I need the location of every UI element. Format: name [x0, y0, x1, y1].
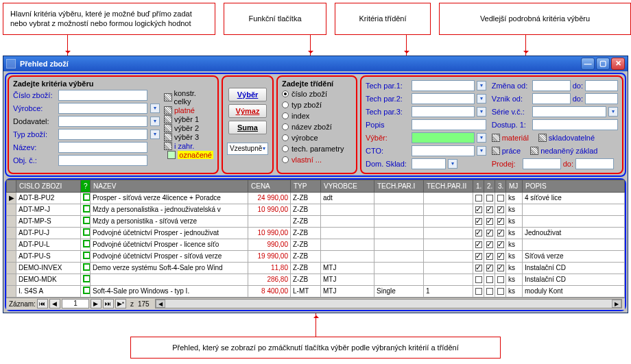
input-zmena-from[interactable] [532, 80, 571, 91]
column-header[interactable] [7, 180, 16, 192]
chevron-down-icon[interactable]: ▾ [477, 133, 486, 143]
vymaz-button[interactable]: Výmaz [228, 104, 267, 118]
table-row[interactable]: I. S4S ASoft-4-Sale pro Windows - typ I.… [7, 285, 625, 297]
data-grid: CISLO ZBOZI?NAZEVCENATYPVYROBCETECH.PAR.… [5, 178, 626, 311]
cell-tp1 [374, 192, 424, 204]
chevron-down-icon[interactable]: ▾ [477, 94, 486, 104]
chevron-down-icon[interactable]: ▾ [608, 107, 618, 117]
column-header[interactable]: NAZEV [91, 180, 248, 192]
input-objc[interactable] [58, 155, 147, 166]
tristate-konstr[interactable] [164, 93, 172, 101]
input-domsklad[interactable] [412, 158, 446, 169]
sort-radio[interactable] [282, 112, 289, 119]
column-header[interactable]: 2. [484, 180, 495, 192]
input-vznik-from[interactable] [532, 93, 571, 104]
cell-tp1 [374, 274, 424, 285]
input-cto[interactable] [412, 145, 475, 156]
record-prev-button[interactable]: ◀ [49, 299, 60, 308]
tristate-sklad[interactable] [538, 134, 547, 142]
cell-vendor [321, 204, 374, 215]
sort-radio[interactable] [282, 123, 289, 130]
chevron-down-icon[interactable]: ▾ [448, 159, 457, 169]
table-row[interactable]: ADT-PU-SPodvojné účetnictví Prosper - sí… [7, 250, 625, 262]
column-header[interactable]: CISLO ZBOZI [16, 180, 81, 192]
column-header[interactable]: TECH.PAR.I [374, 180, 424, 192]
record-next-button[interactable]: ▶ [91, 299, 102, 308]
column-header[interactable]: VYROBCE [321, 180, 374, 192]
input-type[interactable] [58, 129, 147, 140]
input-serie[interactable] [532, 106, 606, 117]
column-header[interactable]: TECH.PAR.II [424, 180, 473, 192]
input-tp2[interactable] [412, 93, 475, 104]
table-row[interactable]: ADT-MP-SMzdy a personistika - síťová ver… [7, 215, 625, 227]
minimize-button[interactable]: — [581, 58, 595, 70]
tristate-prace[interactable] [492, 147, 500, 155]
chevron-down-icon[interactable]: ▾ [150, 130, 160, 139]
table-row[interactable]: DEMO-MDK286,80Z-ZBMTJksInstalační CD [7, 274, 625, 285]
cell-tp2 [424, 204, 473, 215]
table-row[interactable]: ADT-PU-JPodvojné účetnictví Prosper - je… [7, 227, 625, 239]
table-row[interactable]: ADT-PU-LPodvojné účetnictví Prosper - li… [7, 239, 625, 250]
maximize-button[interactable]: ▢ [596, 58, 610, 70]
chevron-down-icon[interactable]: ▾ [150, 117, 160, 126]
column-header[interactable]: CENA [248, 180, 291, 192]
chevron-down-icon[interactable]: ▾ [477, 146, 486, 156]
cell-tp1 [374, 250, 424, 262]
input-prodej-from[interactable] [523, 158, 561, 169]
tristate-material[interactable] [492, 134, 500, 142]
column-header[interactable]: 3. [495, 180, 506, 192]
label-v2: výběr 2 [174, 124, 199, 132]
sort-radio[interactable] [282, 90, 289, 97]
input-tp1[interactable] [412, 80, 475, 91]
column-header[interactable]: POPIS [523, 180, 625, 192]
sort-radio[interactable] [282, 156, 289, 163]
sort-direction-select[interactable]: Vzestupně▾ [227, 143, 268, 155]
table-row[interactable]: ADT-MP-JMzdy a personalistika - jednouži… [7, 204, 625, 215]
record-current[interactable]: 1 [62, 299, 89, 308]
chevron-down-icon[interactable]: ▾ [477, 107, 486, 117]
input-dostup[interactable] [532, 119, 618, 130]
input-popis[interactable] [412, 119, 486, 130]
tristate-nedan[interactable] [530, 147, 538, 155]
close-button[interactable]: ✕ [611, 58, 625, 70]
chevron-down-icon[interactable]: ▾ [477, 81, 486, 90]
titlebar[interactable]: Přehled zboží — ▢ ✕ [3, 56, 628, 71]
horizontal-scrollbar[interactable]: ◀▶ [155, 299, 622, 308]
input-vendor[interactable] [58, 103, 147, 114]
input-tp3[interactable] [412, 106, 475, 117]
vyber-button[interactable]: Výběr [228, 88, 267, 101]
cell-chk3 [495, 250, 506, 262]
input-supplier[interactable] [58, 116, 147, 127]
cell-tp2 [424, 227, 473, 239]
column-header[interactable]: 1. [473, 180, 484, 192]
input-vyber[interactable] [412, 132, 475, 143]
record-new-button[interactable]: ▶* [115, 299, 126, 308]
tristate-platne[interactable] [164, 106, 172, 114]
column-header[interactable]: MJ [506, 180, 523, 192]
cell-chk1 [473, 204, 484, 215]
sort-radio[interactable] [282, 101, 289, 108]
table-row[interactable]: DEMO-INVEXDemo verze systému Soft-4-Sale… [7, 262, 625, 274]
input-prodej-to[interactable] [575, 158, 614, 169]
sort-radio[interactable] [282, 145, 289, 152]
sort-radio[interactable] [282, 134, 289, 141]
label-dostup: Dostup. 1: [492, 121, 530, 129]
column-header[interactable]: ? [81, 180, 91, 192]
cell-name: Demo verze systému Soft-4-Sale pro Wind [91, 262, 248, 274]
tristate-v2[interactable] [164, 124, 172, 132]
tristate-izahr[interactable] [164, 142, 172, 150]
chevron-down-icon[interactable]: ▾ [150, 104, 160, 113]
suma-button[interactable]: Suma [228, 121, 267, 134]
input-code[interactable] [58, 90, 147, 101]
input-vznik-to[interactable] [585, 93, 618, 104]
table-row[interactable]: ▶ADT-B-PU2Prosper - síťová verze 4licenc… [7, 192, 625, 204]
column-header[interactable]: TYP [291, 180, 321, 192]
input-zmena-to[interactable] [585, 80, 618, 91]
tristate-oznacene[interactable] [167, 151, 176, 159]
record-first-button[interactable]: ⏮ [37, 299, 48, 308]
cell-unit: ks [506, 239, 523, 250]
tristate-v3[interactable] [164, 133, 172, 141]
tristate-v1[interactable] [164, 115, 172, 123]
input-name[interactable] [58, 142, 147, 153]
record-last-button[interactable]: ⏭ [103, 299, 114, 308]
